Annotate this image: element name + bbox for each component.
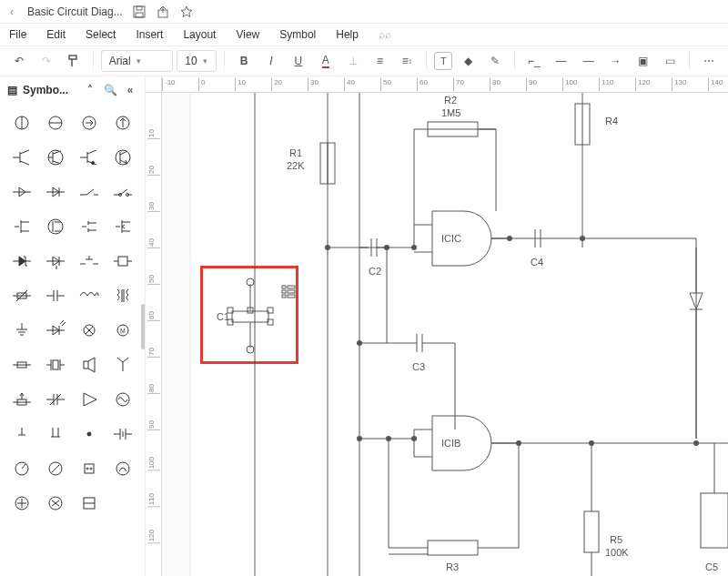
symbol-antenna[interactable]: [106, 348, 139, 382]
symbol-node[interactable]: [73, 417, 106, 451]
text-direction-button[interactable]: ⊥: [341, 49, 365, 73]
bold-button[interactable]: B: [232, 49, 256, 73]
label-r3: R3: [446, 561, 459, 572]
symbol-relay[interactable]: [106, 244, 139, 278]
svg-point-179: [693, 440, 699, 446]
font-size-combo[interactable]: 10▾: [177, 50, 217, 72]
layers-button[interactable]: ▣: [631, 49, 654, 73]
symbol-source-4[interactable]: [106, 106, 139, 140]
symbol-diode-2[interactable]: [39, 175, 73, 209]
font-family-combo[interactable]: Arial▾: [101, 50, 174, 72]
symbol-battery[interactable]: [106, 417, 139, 451]
menu-help[interactable]: Help: [336, 28, 359, 41]
symbol-amp[interactable]: [73, 382, 106, 417]
binoculars-icon[interactable]: ⌕⌕: [379, 28, 391, 41]
symbol-motor[interactable]: M: [106, 313, 139, 348]
panel-library-icon[interactable]: ▤: [7, 84, 17, 96]
panel-scrollbar[interactable]: [141, 304, 145, 349]
label-r4: R4: [605, 116, 618, 126]
share-icon[interactable]: [156, 5, 170, 19]
menu-edit[interactable]: Edit: [46, 28, 66, 41]
font-color-button[interactable]: A: [314, 49, 338, 73]
symbol-meter-1[interactable]: [5, 451, 39, 486]
symbol-meter-3[interactable]: [106, 451, 139, 486]
symbol-transistor-2[interactable]: [39, 140, 73, 175]
panel-hide-icon[interactable]: «: [123, 84, 137, 96]
symbol-plug[interactable]: [39, 417, 73, 451]
symbol-meter-2[interactable]: [39, 451, 73, 486]
undo-button[interactable]: ↶: [7, 49, 31, 73]
symbol-ground[interactable]: [5, 313, 39, 348]
symbol-fet-3[interactable]: [73, 209, 106, 244]
format-painter-button[interactable]: [62, 49, 86, 73]
symbol-transistor-3[interactable]: [73, 140, 106, 175]
symbol-meter-5[interactable]: [39, 486, 73, 520]
menu-view[interactable]: View: [236, 28, 259, 41]
menu-layout[interactable]: Layout: [183, 28, 216, 41]
group-button[interactable]: ▭: [658, 49, 682, 73]
panel-collapse-icon[interactable]: ˄: [83, 84, 97, 96]
symbol-jack[interactable]: [5, 417, 39, 451]
symbol-button[interactable]: [73, 244, 106, 278]
panel-search-icon[interactable]: 🔍: [103, 84, 117, 96]
symbol-source-3[interactable]: [73, 106, 106, 140]
menu-insert[interactable]: Insert: [136, 28, 163, 41]
symbol-ind-1[interactable]: [73, 278, 106, 313]
symbol-conn-2[interactable]: [73, 486, 106, 520]
symbol-speaker[interactable]: [73, 348, 106, 382]
connector-button[interactable]: ⌐_: [522, 49, 546, 73]
selected-shape-c1[interactable]: C1: [217, 278, 295, 353]
symbol-varcap[interactable]: [39, 382, 73, 417]
symbol-transistor-1[interactable]: [5, 140, 39, 175]
symbol-thyristor[interactable]: [39, 244, 73, 278]
line-style-button[interactable]: —: [550, 49, 573, 73]
symbol-crystal[interactable]: [39, 348, 73, 382]
line-spacing-button[interactable]: ≡↕: [395, 49, 419, 73]
document-title: Basic Circuit Diag...: [27, 5, 123, 18]
symbol-cap-1[interactable]: [39, 278, 73, 313]
menu-symbol[interactable]: Symbol: [279, 28, 316, 41]
symbol-fet-1[interactable]: [5, 209, 39, 244]
symbol-transistor-4[interactable]: [106, 140, 139, 175]
symbol-source-2[interactable]: [39, 106, 73, 140]
symbol-xformer[interactable]: [106, 278, 139, 313]
text-tool-button[interactable]: T: [434, 52, 452, 70]
arrow-start-button[interactable]: —: [577, 49, 601, 73]
symbol-diode-1[interactable]: [5, 175, 39, 209]
symbol-fet-4[interactable]: [106, 209, 139, 244]
line-color-button[interactable]: ✎: [483, 49, 507, 73]
arrow-end-button[interactable]: →: [604, 49, 628, 73]
symbol-pot[interactable]: [5, 382, 39, 417]
ruler-tick: 80: [490, 78, 500, 91]
canvas[interactable]: -100102030405060708090100110120130140 10…: [146, 76, 728, 576]
symbol-res-var[interactable]: [5, 278, 39, 313]
ruler-tick: 100: [562, 78, 577, 91]
symbol-fet-2[interactable]: [39, 209, 73, 244]
symbol-source-1[interactable]: [5, 106, 39, 140]
ruler-tick: 30: [147, 202, 160, 212]
symbol-zener[interactable]: [5, 244, 39, 278]
more-button[interactable]: ⋯: [697, 49, 721, 73]
save-icon[interactable]: [132, 5, 147, 19]
symbol-bulb[interactable]: [73, 313, 106, 348]
star-icon[interactable]: [179, 5, 194, 19]
redo-button[interactable]: ↷: [35, 49, 58, 73]
fill-color-button[interactable]: ◆: [456, 49, 480, 73]
symbol-led[interactable]: [39, 313, 73, 348]
underline-button[interactable]: U: [287, 49, 310, 73]
symbol-switch-2[interactable]: [106, 175, 139, 209]
symbol-conn-1[interactable]: [73, 451, 106, 486]
label-r2: R2: [444, 95, 457, 106]
back-button[interactable]: ‹: [5, 5, 18, 18]
circuit-drawing[interactable]: R1 22K R2 1M5 R4 ICIC: [191, 93, 728, 576]
ruler-tick: 80: [147, 384, 160, 394]
italic-button[interactable]: I: [259, 49, 283, 73]
symbol-meter-4[interactable]: [5, 486, 39, 520]
page[interactable]: R1 22K R2 1M5 R4 ICIC: [191, 93, 728, 576]
menu-file[interactable]: File: [9, 28, 26, 41]
symbol-switch-1[interactable]: [73, 175, 106, 209]
align-button[interactable]: ≡: [369, 49, 392, 73]
symbol-fuse[interactable]: [5, 348, 39, 382]
menu-select[interactable]: Select: [86, 28, 116, 41]
symbol-src-ac[interactable]: [106, 382, 139, 417]
